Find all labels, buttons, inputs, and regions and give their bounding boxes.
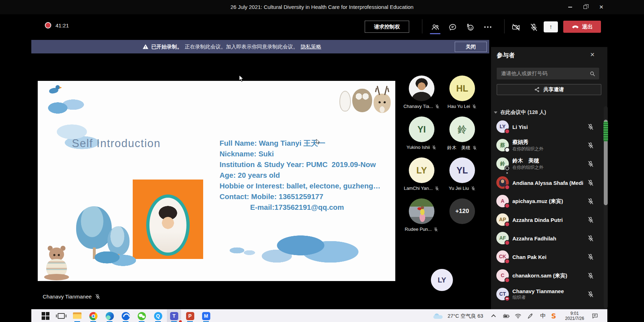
presence-away-badge [505,147,510,152]
video-tile[interactable]: YLYu Jei Liu [442,157,482,191]
taskbar-app-wechat[interactable] [134,310,149,322]
participant-name: Hau Yu Lei [448,104,470,109]
participants-button[interactable] [428,21,442,33]
participant-row[interactable]: Andiana Alyssa Shafa (Medici... [491,175,601,191]
restore-button[interactable] [579,2,592,12]
video-tile[interactable]: Rudee Pun... [401,198,442,232]
taskbar-app-start[interactable] [38,310,53,322]
overflow-tile[interactable]: +120 [442,198,482,224]
owl-illustration [352,89,372,112]
participant-name: 鈴木 美穂 [447,145,470,151]
hangup-icon [571,23,579,31]
taskbar-app-qq[interactable]: Q [151,310,165,322]
share-screen-button[interactable]: ↑ [544,21,558,32]
mic-toggle-button[interactable] [527,21,540,33]
ime-indicator[interactable]: 中 [539,310,547,322]
participant-row[interactable]: LYLi Yisi [491,119,601,135]
participant-name: apichaya.muz (来宾) [512,198,584,205]
action-center-icon[interactable] [590,310,600,322]
start-icon [41,312,50,320]
share-invite-label: 共享邀请 [543,86,564,93]
slide-info-line: Nickname: Suki [220,149,380,159]
request-control-button[interactable]: 请求控制权 [365,21,409,33]
taskbar-app-meeting-app[interactable]: M [199,310,213,322]
taskbar: QTPM 27°C 空气良 63 中 S 9:01 2021/7/26 [31,309,607,322]
taskbar-app-qq-browser[interactable] [118,310,133,322]
participant-avatar: CK [496,250,509,263]
participant-row[interactable]: AFAzzahra Fadhilah [491,230,601,246]
leave-meeting-button[interactable]: 退出 [563,21,601,33]
mic-off-icon [434,186,439,191]
banner-close-button[interactable]: 关闭 [455,42,487,52]
restore-icon [584,5,587,9]
participants-panel: 参与者 ✕ 邀请他人或拨打号码 共享邀请 在此会议中 (128 人) LYLi … [491,47,607,309]
video-tile[interactable]: Chanavy Tia... [401,76,442,109]
invite-search-input[interactable]: 邀请他人或拨打号码 [497,68,599,79]
minimize-button[interactable] [563,2,577,12]
mic-off-icon [587,272,594,279]
wifi-icon[interactable] [514,310,522,322]
weather-widget[interactable]: 27°C 空气良 63 [444,310,487,322]
participant-row[interactable]: 蔡蔡娟秀在你的组织之外 [491,137,601,153]
participant-name: Li Yisi [512,124,584,130]
privacy-policy-link[interactable]: 隐私策略 [301,43,321,50]
photo-frame [133,180,203,259]
participant-row[interactable]: Aapichaya.muz (来宾) [491,193,601,209]
hidden-icons-button[interactable] [490,310,498,322]
participant-name: Chan Pak Kei [512,254,584,260]
participant-row[interactable]: CTChanavy Tianmanee组织者 [491,286,601,302]
clock[interactable]: 9:01 2021/7/26 [562,310,587,322]
video-tile[interactable]: 鈴鈴木 美穂 [442,116,482,151]
close-button[interactable]: ✕ [595,2,608,12]
battery-icon[interactable] [502,310,511,322]
participant-name: Yu Jei Liu [449,186,469,191]
video-tile[interactable]: YIYukino Ishii [401,116,442,150]
presence-busy-badge [505,185,510,190]
presence-busy-badge [505,277,510,283]
task-view-icon [57,312,65,320]
cloud-illustration [87,245,140,270]
reactions-button[interactable] [463,21,477,33]
record-dot-icon [45,22,51,28]
in-meeting-section-header[interactable]: 在此会议中 (128 人) [494,109,546,116]
sogou-input-icon[interactable]: S [549,310,558,322]
more-options-button[interactable] [481,21,495,33]
participant-row[interactable]: 鈴鈴木 美穂在你的组织之外 [491,156,601,172]
cloud-illustration [44,96,87,115]
more-options-icon [484,26,491,28]
taskbar-app-task-view[interactable] [54,310,68,322]
video-tile[interactable]: LYLamChi Yan... [401,157,442,191]
camera-toggle-button[interactable] [509,21,523,33]
participant-name: Azzahra Dinda Putri [512,217,584,223]
mini-video-tile[interactable]: LY [431,269,453,291]
taskbar-app-teams[interactable]: T [167,310,181,322]
participant-avatar: LY [496,120,509,133]
participant-text: Andiana Alyssa Shafa (Medici... [512,175,584,191]
mic-off-icon [587,291,594,298]
video-tile-name: 鈴木 美穂 [442,145,482,151]
weather-icon[interactable] [433,310,443,322]
taskbar-app-edge[interactable] [102,310,117,322]
people-icon [431,23,440,32]
bear-illustration [44,248,69,281]
participant-avatar: A [496,195,509,207]
mic-off-icon [472,145,477,150]
pen-icon[interactable] [527,310,534,322]
deer-illustration [374,94,391,113]
weather-air-quality: 空气良 63 [460,313,483,319]
participant-name: 蔡娟秀 [512,139,584,146]
video-tile[interactable]: HLHau Yu Lei [442,76,482,109]
taskbar-app-powerpoint[interactable]: P [183,310,197,322]
participant-row[interactable]: Cchanakorn.sam (来宾) [491,268,601,284]
taskbar-app-file-explorer[interactable] [70,310,84,322]
panel-close-button[interactable]: ✕ [587,49,598,60]
recording-banner: 已开始录制。 正在录制此会议。加入即表示你同意录制此会议。 隐私策略 关闭 [31,40,489,53]
mic-off-icon [435,104,440,109]
participant-row[interactable]: APAzzahra Dinda Putri [491,212,601,228]
chat-button[interactable] [446,21,459,33]
share-invite-button[interactable]: 共享邀请 [497,84,601,95]
mic-off-icon [587,253,594,260]
participant-row[interactable]: CKChan Pak Kei [491,249,601,265]
taskbar-app-chrome[interactable] [86,310,100,322]
recording-indicator: 41:21 [45,22,69,28]
